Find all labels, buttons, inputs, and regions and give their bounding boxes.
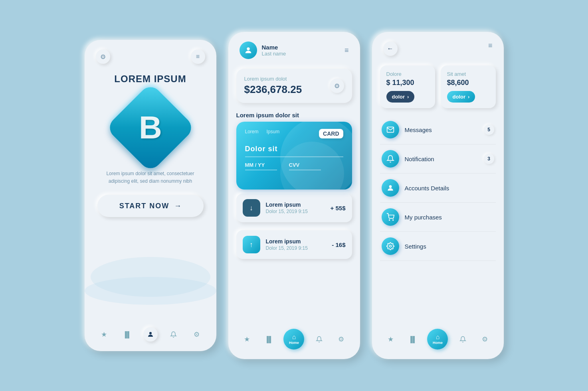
svg-point-4 [392,220,393,221]
menu-item-settings[interactable]: Settings [380,232,496,261]
balance-settings-button[interactable]: ⚙ [330,79,344,93]
nav-settings[interactable]: ⚙ [190,327,204,342]
stat1-value: $ 11,300 [386,79,429,87]
stat2-value: $8,600 [447,79,489,87]
balance-amount: $236,678.25 [244,83,302,96]
start-arrow-icon: → [174,202,181,210]
nav3-bell[interactable] [455,332,470,346]
credit-card: Lorem Ipsum CARD Dolor sit MM / YY CVV [236,122,352,190]
tx-name-1: Lorem ipsum [266,201,325,208]
stat2-button[interactable]: dolor › [447,91,475,103]
logo-letter: B [139,112,162,144]
stat1-button[interactable]: dolor › [386,91,415,103]
menu-button-2[interactable]: ≡ [344,46,349,55]
balance-label: Lorem ipsum dolot [244,76,302,82]
bottom-nav-2: ★ ▐▌ ⌂ Home ⚙ [228,322,360,359]
nav2-charts[interactable]: ▐▌ [262,332,276,346]
notification-badge: 3 [484,154,494,164]
nav2-favorites[interactable]: ★ [240,332,254,346]
nav-charts[interactable]: ▐▌ [120,327,135,342]
nav2-bell[interactable] [312,332,326,346]
nav2-settings[interactable]: ⚙ [334,332,348,346]
accounts-label: Accounts Details [405,185,494,192]
notification-label: Notification [405,156,478,162]
svg-point-3 [389,220,390,221]
nav2-home[interactable]: ⌂ Home [283,329,304,350]
nav3-charts[interactable]: ▐▌ [406,332,420,346]
menu-button-3[interactable]: ≡ [488,41,493,56]
menu-list: Messages 5 Notification 3 Accounts Detai… [380,115,496,261]
stat2-title: Sit amet [447,71,489,77]
stat-card-1: Dolore $ 11,300 dolor › [380,65,435,108]
nav-favorites[interactable]: ★ [97,327,111,342]
user-lastname: Last name [262,51,286,57]
stat-cards: Dolore $ 11,300 dolor › Sit amet $8,600 … [380,65,496,108]
settings-label: Settings [405,243,494,250]
notification-icon [382,150,399,168]
bottom-nav-1: ★ ▐▌ ⚙ [85,321,216,351]
svg-point-1 [247,47,249,50]
tx-name-2: Lorem ipsum [266,238,327,245]
accounts-icon [382,179,399,197]
app-title: LOREM IPSUM [85,70,216,88]
tx-date-2: Dolor 15, 2019 9:15 [266,245,327,251]
logo-diamond: B [105,83,195,173]
card-ipsum-label: Ipsum [267,129,280,134]
user-profile: Name Last name [240,41,286,59]
balance-card: Lorem ipsum dolot $236,678.25 ⚙ [236,69,352,103]
start-now-label: START NOW [119,202,170,210]
svg-point-0 [149,332,152,334]
menu-item-accounts[interactable]: Accounts Details [380,174,496,203]
messages-badge: 5 [484,124,494,135]
nav3-settings[interactable]: ⚙ [477,332,492,346]
svg-point-5 [389,245,391,247]
phone-screen-2: Name Last name ≡ Lorem ipsum dolot $236,… [228,32,360,359]
phone-screen-3: ← ≡ Dolore $ 11,300 dolor › Sit amet $8,… [372,32,504,359]
tx-amount-2: - 16$ [332,241,345,248]
nav3-favorites[interactable]: ★ [384,332,398,346]
card-lorem-label: Lorem [245,129,259,134]
tx-date-1: Dolor 15, 2019 9:15 [266,209,325,214]
logo-area: B [85,88,216,164]
card-expiry: MM / YY [245,162,277,168]
phone-screen-1: ⚙ ≡ LOREM IPSUM B Lorem ipsum dolor sit … [85,40,216,351]
messages-icon [382,121,399,138]
transaction-income: ↓ Lorem ipsum Dolor 15, 2019 9:15 + 55$ [236,194,352,222]
purchases-label: My purchases [405,214,494,221]
start-now-button[interactable]: START NOW → [97,195,204,217]
expense-icon: ↑ [243,236,260,253]
settings-menu-icon [382,237,399,255]
stat1-title: Dolore [386,71,429,77]
nav-bell[interactable] [166,327,181,342]
menu-item-notification[interactable]: Notification 3 [380,144,496,174]
user-name: Name [262,44,286,51]
bottom-nav-3: ★ ▐▌ ⌂ Home ⚙ [372,322,504,359]
nav3-home[interactable]: ⌂ Home [427,329,448,350]
svg-point-2 [389,185,392,188]
nav-profile[interactable] [143,327,158,342]
stat-card-2: Sit amet $8,600 dolor › [441,65,496,108]
back-button[interactable]: ← [383,41,398,56]
menu-icon[interactable]: ≡ [191,49,205,64]
transaction-expense: ↑ Lorem ipsum Dolor 15, 2019 9:15 - 16$ [236,230,352,259]
tx-amount-1: + 55$ [331,205,346,211]
income-icon: ↓ [243,199,260,217]
purchases-icon [382,208,399,226]
card-section-label: Lorem ipsum dolor sit [228,106,360,122]
settings-icon[interactable]: ⚙ [96,49,110,64]
messages-label: Messages [405,126,478,133]
avatar [240,41,257,59]
menu-item-purchases[interactable]: My purchases [380,203,496,232]
menu-item-messages[interactable]: Messages 5 [380,115,496,144]
